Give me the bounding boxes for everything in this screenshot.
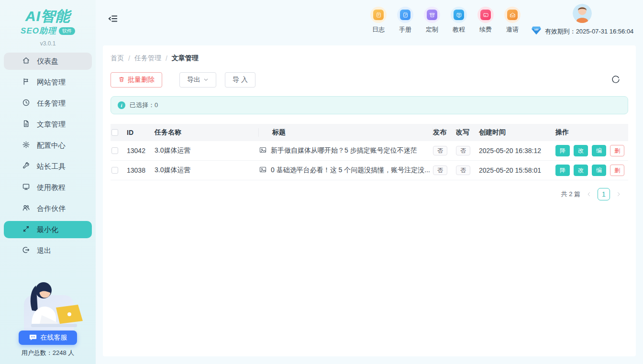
- manual-icon: [397, 7, 413, 23]
- image-icon: [259, 146, 267, 155]
- sidebar-item-label: 仪表盘: [37, 57, 58, 66]
- import-button[interactable]: 导 入: [225, 72, 255, 88]
- quick-link-label: 邀请: [506, 25, 519, 34]
- minimize-icon: [22, 225, 30, 234]
- pagination: 共 2 篇 1: [111, 188, 628, 200]
- sidebar-item-tutorials[interactable]: 使用教程: [4, 179, 92, 196]
- modify-button[interactable]: 改: [574, 165, 588, 176]
- quick-link-label: 手册: [399, 25, 411, 34]
- sidebar-item-tasks[interactable]: 任务管理: [4, 95, 92, 112]
- column-header-title: 标题: [272, 128, 286, 137]
- quick-link-tutorial[interactable]: 教程: [450, 7, 468, 34]
- sidebar-item-label: 任务管理: [37, 99, 66, 108]
- quick-link-log[interactable]: 日志: [369, 7, 388, 34]
- monitor-icon: [22, 183, 30, 192]
- breadcrumb-separator: /: [128, 55, 130, 62]
- next-page-icon[interactable]: [616, 191, 621, 197]
- publish-tag: 否: [433, 146, 447, 155]
- select-all-checkbox[interactable]: [111, 129, 118, 136]
- breadcrumb: 首页 / 任务管理 / 文章管理: [111, 45, 628, 64]
- main-area: 日志 手册 定制 教程 续费: [96, 0, 643, 364]
- collapse-sidebar-icon[interactable]: [108, 13, 118, 24]
- sidebar-item-dashboard[interactable]: 仪表盘: [4, 53, 92, 70]
- breadcrumb-current: 文章管理: [172, 54, 199, 63]
- log-icon: [370, 7, 387, 23]
- cell-created-at: 2025-05-20 16:38:12: [479, 147, 555, 154]
- sidebar-item-label: 最小化: [37, 225, 58, 234]
- sidebar-item-partners[interactable]: 合作伙伴: [4, 200, 92, 217]
- partners-icon: [22, 204, 30, 213]
- publish-tag: 否: [433, 165, 447, 175]
- invite-icon: [504, 7, 521, 23]
- row-checkbox[interactable]: [111, 147, 118, 154]
- sidebar-item-config[interactable]: 配置中心: [4, 137, 92, 154]
- sidebar-item-label: 合作伙伴: [37, 204, 66, 213]
- delete-button[interactable]: 删: [610, 145, 624, 156]
- clock-icon: [22, 99, 30, 108]
- sidebar-item-articles[interactable]: 文章管理: [4, 116, 92, 133]
- quick-link-manual[interactable]: 手册: [396, 7, 414, 34]
- app-version: v3.0.1: [0, 40, 96, 47]
- cell-title[interactable]: 新手做自媒体从哪开始？5 步搞定账号定位不迷茫: [271, 146, 417, 155]
- batch-delete-button[interactable]: 批量删除: [111, 72, 162, 88]
- quick-link-renew[interactable]: 续费: [477, 7, 495, 34]
- cell-task-name: 3.0媒体运营: [155, 166, 259, 175]
- sidebar: AI智能 SEO助理 软件 v3.0.1 仪表盘 网站管理 任务管理 文: [0, 0, 96, 364]
- chat-icon: [29, 333, 37, 343]
- app-logo: AI智能 SEO助理 软件 v3.0.1: [0, 0, 96, 47]
- column-header-actions: 操作: [555, 128, 628, 137]
- cell-id: 13042: [127, 147, 155, 154]
- quick-link-custom[interactable]: 定制: [423, 7, 441, 34]
- delete-button[interactable]: 删: [610, 165, 624, 176]
- flag-icon: [22, 77, 30, 87]
- quick-link-invite[interactable]: 邀请: [503, 7, 521, 34]
- cell-task-name: 3.0媒体运营: [155, 146, 259, 155]
- export-button[interactable]: 导出: [179, 72, 216, 88]
- table-row: 13038 3.0媒体运营 0 基础选平台必看！这 5 个问题没搞懂，账号注定没…: [111, 161, 628, 180]
- edit-button[interactable]: 编: [592, 165, 606, 176]
- image-icon: [259, 165, 267, 175]
- sidebar-item-minimize[interactable]: 最小化: [4, 221, 92, 238]
- pagination-total: 共 2 篇: [561, 190, 580, 199]
- prev-page-icon[interactable]: [586, 191, 592, 197]
- sidebar-item-webmaster-tools[interactable]: 站长工具: [4, 158, 92, 175]
- online-service-label: 在线客服: [41, 333, 67, 342]
- sidebar-item-websites[interactable]: 网站管理: [4, 74, 92, 91]
- content-card: 首页 / 任务管理 / 文章管理 批量删除 导出 导 入: [103, 45, 636, 356]
- wrench-icon: [22, 162, 30, 171]
- modify-button[interactable]: 改: [574, 145, 588, 156]
- rewrite-tag: 否: [456, 146, 470, 155]
- quick-link-label: 续费: [479, 25, 492, 34]
- renew-icon: [477, 7, 494, 23]
- quick-links: 日志 手册 定制 教程 续费: [369, 7, 521, 34]
- breadcrumb-home[interactable]: 首页: [111, 54, 124, 63]
- demote-button[interactable]: 降: [555, 145, 570, 156]
- selection-count-text: 已选择：0: [130, 101, 158, 110]
- online-service-button[interactable]: 在线客服: [19, 331, 77, 345]
- cell-title[interactable]: 0 基础选平台必看！这 5 个问题没搞懂，账号注定没...: [271, 166, 430, 175]
- import-label: 导 入: [233, 76, 248, 84]
- home-icon: [22, 56, 30, 66]
- refresh-icon[interactable]: [611, 74, 621, 85]
- topbar: 日志 手册 定制 教程 续费: [96, 0, 643, 44]
- quick-link-label: 定制: [426, 25, 438, 34]
- demote-button[interactable]: 降: [555, 165, 570, 176]
- user-block: VIP 有效期到：2025-07-31 16:56:04: [528, 4, 636, 36]
- trash-icon: [118, 76, 125, 84]
- tutorial-icon: [451, 7, 467, 23]
- sidebar-item-logout[interactable]: 退出: [4, 242, 92, 259]
- gear-icon: [22, 141, 30, 150]
- sidebar-item-label: 配置中心: [37, 141, 66, 150]
- toolbar: 批量删除 导出 导 入: [111, 72, 628, 88]
- selection-alert: 已选择：0: [111, 96, 628, 114]
- users-total-text: 用户总数：2248 人: [0, 349, 96, 357]
- chevron-down-icon: [203, 76, 209, 84]
- articles-table: ID 任务名称 标题 发布 改写 创建时间 操作 13042 3.0媒体运营 新…: [111, 124, 628, 180]
- page-number[interactable]: 1: [598, 188, 610, 200]
- cell-id: 13038: [127, 166, 155, 174]
- logo-subtitle: SEO助理: [21, 25, 56, 36]
- edit-button[interactable]: 编: [592, 145, 606, 156]
- row-checkbox[interactable]: [111, 167, 118, 174]
- avatar[interactable]: [573, 4, 592, 23]
- breadcrumb-section[interactable]: 任务管理: [134, 54, 161, 63]
